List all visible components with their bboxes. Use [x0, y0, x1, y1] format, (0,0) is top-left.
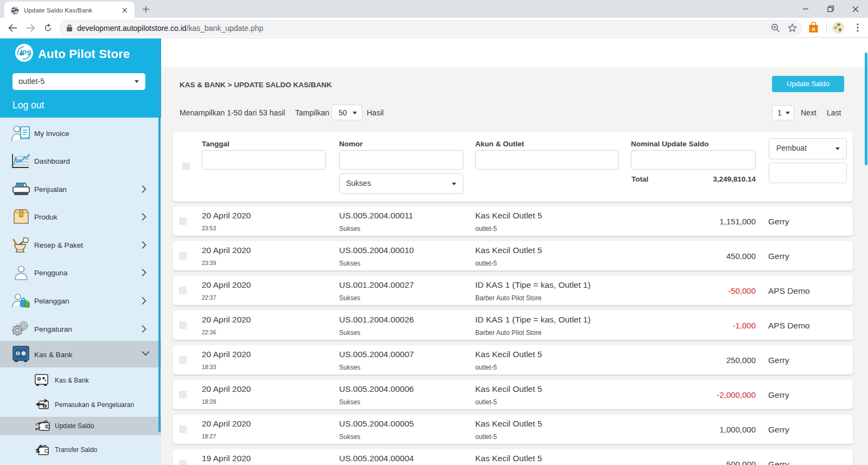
svg-text:a: a — [812, 25, 815, 32]
svg-text:PS: PS — [22, 49, 31, 57]
